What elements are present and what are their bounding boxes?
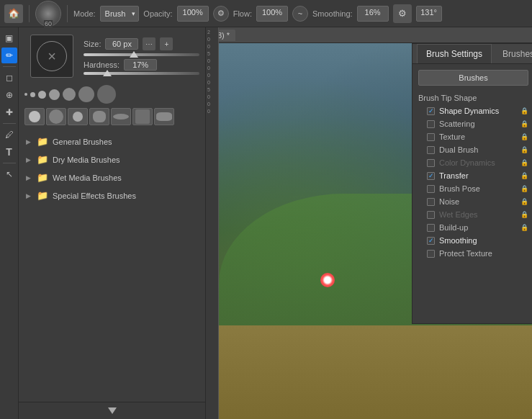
mode-dropdown[interactable]: Brush: [100, 6, 140, 22]
bp1[interactable]: [24, 93, 27, 96]
preset1[interactable]: [24, 108, 45, 125]
option-noise[interactable]: Noise 🔒: [412, 195, 532, 208]
lock-dual-brush: 🔒: [520, 146, 528, 153]
check-protect-texture[interactable]: [427, 250, 435, 258]
check-scattering[interactable]: [427, 120, 435, 128]
option-protect-texture[interactable]: Protect Texture: [412, 247, 532, 260]
folder-dry[interactable]: ▶ 📁 Dry Media Brushes: [19, 150, 205, 168]
check-texture[interactable]: [427, 133, 435, 141]
hardness-input[interactable]: 17%: [124, 59, 157, 71]
lock-color-dynamics: 🔒: [520, 159, 528, 166]
tool-sep3: [3, 163, 16, 163]
eraser-tool[interactable]: ◻: [1, 70, 17, 86]
option-label-protect-texture: Protect Texture: [439, 249, 492, 258]
hardness-slider[interactable]: [84, 72, 199, 75]
brush-size-previews: [19, 82, 205, 108]
bp6[interactable]: [78, 86, 94, 102]
brush-folders: ▶ 📁 General Brushes ▶ 📁 Dry Media Brushe…: [19, 130, 205, 207]
option-scattering[interactable]: Scattering 🔒: [412, 117, 532, 130]
top-toolbar: 🏠 60 Mode: Brush Opacity: 100% ⚙ Flow: 1…: [0, 0, 532, 27]
brush-tip-shape-header[interactable]: Brush Tip Shape: [412, 91, 532, 104]
check-smoothing[interactable]: ✓: [427, 237, 435, 245]
check-buildup[interactable]: [427, 224, 435, 232]
tab-brush-settings[interactable]: Brush Settings: [417, 44, 492, 63]
home-icon[interactable]: 🏠: [4, 4, 23, 23]
pen-tool[interactable]: 🖊: [1, 127, 17, 143]
folder-wet[interactable]: ▶ 📁 Wet Media Brushes: [19, 168, 205, 186]
tab-brushes[interactable]: Brushes: [493, 44, 532, 63]
bottom-slider-thumb[interactable]: [108, 407, 117, 414]
cursor-tool[interactable]: ↖: [1, 166, 17, 182]
check-wet-edges: [427, 211, 435, 219]
text-tool[interactable]: T: [1, 144, 17, 160]
check-noise[interactable]: [427, 198, 435, 206]
clone-tool[interactable]: ⊕: [1, 87, 17, 103]
flow-label: Flow:: [233, 9, 252, 18]
bp5[interactable]: [63, 88, 76, 101]
option-buildup[interactable]: Build-up 🔒: [412, 221, 532, 234]
folder-general[interactable]: ▶ 📁 General Brushes: [19, 132, 205, 150]
angle-display[interactable]: 131°: [416, 6, 442, 22]
settings-gear-icon[interactable]: ⚙: [393, 4, 412, 23]
ruler-2900: 0: [206, 92, 218, 99]
check-brush-pose[interactable]: [427, 185, 435, 193]
ruler-2000: 2: [206, 27, 218, 35]
folder-icon1: 📁: [37, 136, 48, 147]
bp3[interactable]: [38, 91, 46, 99]
check-transfer[interactable]: ✓: [427, 172, 435, 180]
hardness-slider-thumb[interactable]: [103, 70, 112, 76]
lock-brush-pose: 🔒: [520, 185, 528, 192]
opacity-settings-icon[interactable]: ⚙: [213, 6, 229, 22]
size-input[interactable]: 60 px: [105, 38, 138, 50]
select-tool[interactable]: ▣: [1, 30, 17, 46]
ruler-2600: 0: [206, 71, 218, 78]
preset2[interactable]: [46, 108, 66, 125]
bp2[interactable]: [30, 92, 35, 97]
canvas-flower: [320, 273, 335, 287]
size-slider[interactable]: [84, 53, 199, 56]
healing-tool[interactable]: ✚: [1, 104, 17, 120]
option-dual-brush[interactable]: Dual Brush 🔒: [412, 143, 532, 156]
option-smoothing[interactable]: ✓ Smoothing: [412, 234, 532, 247]
option-brush-pose[interactable]: Brush Pose 🔒: [412, 182, 532, 195]
option-shape-dynamics[interactable]: ✓ Shape Dynamics 🔒: [412, 104, 532, 117]
option-label-transfer: Transfer: [439, 171, 469, 180]
smoothing-value[interactable]: 16%: [357, 6, 389, 22]
brush-tool[interactable]: ✏: [1, 48, 17, 63]
preset6[interactable]: [132, 108, 153, 125]
ruler-left: 2 0 0 5 0 0 0 0 5 0 0 0: [206, 27, 219, 419]
ruler-3000: 0: [206, 99, 218, 107]
option-wet-edges[interactable]: Wet Edges 🔒: [412, 208, 532, 221]
option-label-brush-pose: Brush Pose: [439, 184, 480, 193]
divider1: [29, 5, 30, 22]
preset7[interactable]: [154, 108, 174, 125]
preset3[interactable]: [68, 108, 88, 125]
brush-preview-top[interactable]: 60: [35, 1, 61, 27]
check-dual-brush[interactable]: [427, 146, 435, 154]
lock-noise: 🔒: [520, 198, 528, 205]
lock-texture: 🔒: [520, 133, 528, 140]
bp4[interactable]: [49, 89, 60, 100]
option-transfer[interactable]: ✓ Transfer 🔒: [412, 169, 532, 182]
preset4[interactable]: [89, 108, 109, 125]
ruler-2500: 0: [206, 35, 218, 42]
folder-special[interactable]: ▶ 📁 Special Effects Brushes: [19, 186, 205, 204]
brush-panel: Size: 60 px ⋯ + Hardness: 17%: [19, 27, 206, 419]
folder-icon2: 📁: [37, 154, 48, 165]
brush-add-icon[interactable]: +: [160, 37, 173, 50]
flow-value[interactable]: 100%: [256, 6, 288, 22]
size-slider-thumb[interactable]: [130, 51, 138, 58]
opacity-value[interactable]: 100%: [177, 6, 209, 22]
brush-options-icon[interactable]: ⋯: [143, 37, 155, 50]
bp7[interactable]: [97, 85, 116, 104]
option-texture[interactable]: Texture 🔒: [412, 130, 532, 143]
brush-circle-preview[interactable]: [30, 35, 73, 78]
preset5[interactable]: [111, 108, 131, 125]
mode-label: Mode:: [73, 9, 96, 18]
brushes-button[interactable]: Brushes: [418, 70, 528, 86]
option-color-dynamics[interactable]: Color Dynamics 🔒: [412, 156, 532, 169]
check-shape-dynamics[interactable]: ✓: [427, 107, 435, 115]
ruler-2700: 0: [206, 78, 218, 85]
folder-chevron1: ▶: [26, 138, 31, 145]
flow-settings-icon[interactable]: ~: [292, 6, 308, 22]
